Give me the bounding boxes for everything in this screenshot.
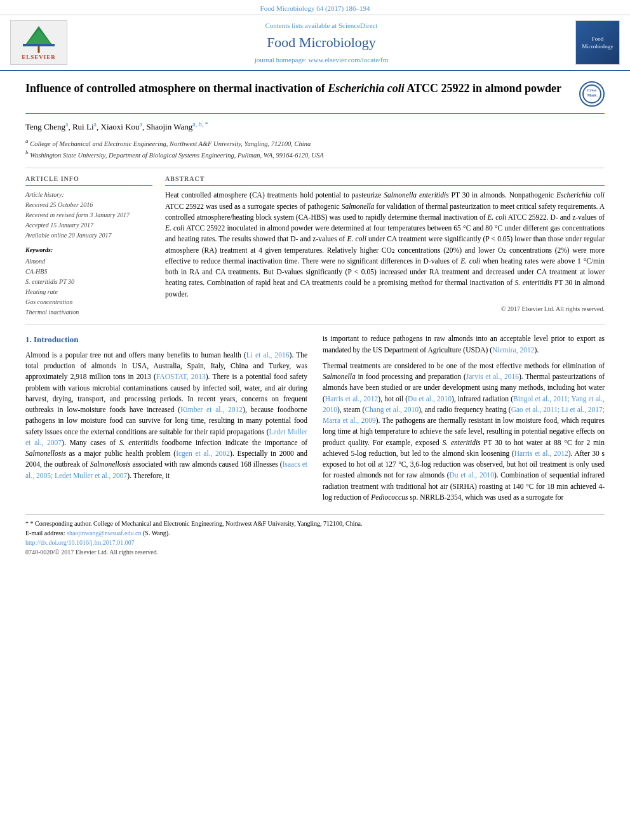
homepage-url[interactable]: www.elsevier.com/locate/fm: [309, 56, 389, 63]
svg-text:Mark: Mark: [587, 93, 597, 97]
intro-para1: Almond is a popular tree nut and offers …: [25, 350, 307, 481]
issn-line: 0740-0020/© 2017 Elsevier Ltd. All right…: [25, 547, 605, 557]
email-address[interactable]: shaojinwang@nwsuaf.edu.cn: [67, 530, 142, 537]
body-two-col: 1. Introduction Almond is a popular tree…: [25, 333, 605, 508]
received-revised: Received in revised form 3 January 2017: [25, 210, 152, 220]
affiliation-b: b Washington State University, Departmen…: [25, 149, 605, 160]
article-info-column: ARTICLE INFO Article history: Received 2…: [25, 175, 152, 317]
author2-sup: a: [94, 121, 97, 128]
article-info-label: ARTICLE INFO: [25, 175, 152, 186]
article-content: Influence of controlled atmosphere on th…: [0, 71, 630, 567]
svg-rect-0: [23, 44, 55, 46]
intro-para3: Thermal treatments are considered to be …: [323, 361, 605, 503]
contents-text: Contents lists available at: [265, 22, 337, 29]
svg-marker-2: [27, 30, 50, 44]
body-section: 1. Introduction Almond is a popular tree…: [25, 333, 605, 508]
keywords-section: Keywords: Almond CA-HBS S. enteritidis P…: [25, 246, 152, 317]
keywords-title: Keywords:: [25, 246, 152, 255]
abstract-text: Heat controlled atmosphere (CA) treatmen…: [165, 190, 605, 300]
journal-header: ELSEVIER Contents lists available at Sci…: [0, 15, 630, 71]
author3-sup: a: [140, 121, 142, 128]
elsevier-tree-icon: [20, 25, 58, 53]
author1: Teng Cheng: [25, 123, 65, 132]
author4-sup: a, b, *: [192, 121, 208, 128]
email-line: E-mail address: shaojinwang@nwsuaf.edu.c…: [25, 528, 605, 538]
article-title: Influence of controlled atmosphere on th…: [25, 81, 579, 96]
body-col-left: 1. Introduction Almond is a popular tree…: [25, 333, 307, 508]
footnote-section: * * Corresponding author. College of Mec…: [25, 514, 605, 557]
author3: Xiaoxi Kou: [101, 123, 140, 132]
article-title-section: Influence of controlled atmosphere on th…: [25, 81, 605, 114]
doi-line[interactable]: http://dx.doi.org/10.1016/j.fm.2017.01.0…: [25, 538, 605, 547]
article-info-abstract: ARTICLE INFO Article history: Received 2…: [25, 168, 605, 324]
corresponding-author: * * Corresponding author. College of Mec…: [25, 519, 605, 528]
page: Food Microbiology 64 (2017) 186–194 ELSE…: [0, 0, 630, 567]
svg-text:Cross: Cross: [587, 88, 597, 92]
abstract-label: ABSTRACT: [165, 175, 605, 186]
corresponding-text: * Corresponding author. College of Mecha…: [30, 520, 363, 527]
crossmark-badge: Cross Mark: [579, 81, 605, 107]
keywords-list: Almond CA-HBS S. enteritidis PT 30 Heati…: [25, 257, 152, 317]
email-label: E-mail address:: [25, 530, 65, 537]
article-history: Article history: Received 25 October 201…: [25, 190, 152, 241]
journal-citation: Food Microbiology 64 (2017) 186–194: [260, 4, 370, 12]
elsevier-logo-box: ELSEVIER: [10, 20, 67, 65]
journal-thumb: FoodMicrobiology: [575, 20, 620, 65]
title-part1: Influence of controlled atmosphere on th…: [25, 82, 325, 95]
crossmark-icon: Cross Mark: [582, 84, 601, 103]
journal-main-title: Food Microbiology: [67, 33, 575, 53]
journal-header-center: Contents lists available at ScienceDirec…: [67, 21, 575, 65]
affiliation-a: a College of Mechanical and Electronic E…: [25, 137, 605, 149]
intro-para2: is important to reduce pathogens in raw …: [323, 333, 605, 356]
copyright-line: © 2017 Elsevier Ltd. All rights reserved…: [165, 305, 605, 314]
abstract-column: ABSTRACT Heat controlled atmosphere (CA)…: [165, 175, 605, 317]
elsevier-label: ELSEVIER: [22, 53, 56, 62]
title-italic: Escherichia coli: [328, 82, 405, 95]
author4: Shaojin Wang: [146, 123, 192, 132]
journal-homepage: journal homepage: www.elsevier.com/locat…: [67, 55, 575, 65]
history-title: Article history:: [25, 190, 152, 200]
body-col-right: is important to reduce pathogens in raw …: [323, 333, 605, 508]
journal-thumb-label: FoodMicrobiology: [579, 32, 616, 53]
email-name: (S. Wang).: [143, 530, 170, 537]
intro-heading: 1. Introduction: [25, 333, 307, 346]
science-direct-label[interactable]: ScienceDirect: [338, 22, 378, 29]
journal-top-bar: Food Microbiology 64 (2017) 186–194: [0, 0, 630, 15]
title-part2: ATCC 25922 in almond powder: [406, 82, 561, 95]
received-date: Received 25 October 2016: [25, 200, 152, 210]
science-direct-link[interactable]: Contents lists available at ScienceDirec…: [67, 21, 575, 30]
corresponding-star: *: [25, 520, 29, 527]
author2: Rui Li: [72, 123, 94, 132]
available-online: Available online 20 January 2017: [25, 230, 152, 241]
homepage-label: journal homepage:: [255, 56, 307, 63]
doi-url[interactable]: http://dx.doi.org/10.1016/j.fm.2017.01.0…: [25, 539, 135, 546]
accepted-date: Accepted 15 January 2017: [25, 220, 152, 230]
affiliations: a College of Mechanical and Electronic E…: [25, 137, 605, 160]
authors-line: Teng Chenga, Rui Lia, Xiaoxi Koua, Shaoj…: [25, 120, 605, 133]
author1-sup: a: [65, 121, 68, 128]
